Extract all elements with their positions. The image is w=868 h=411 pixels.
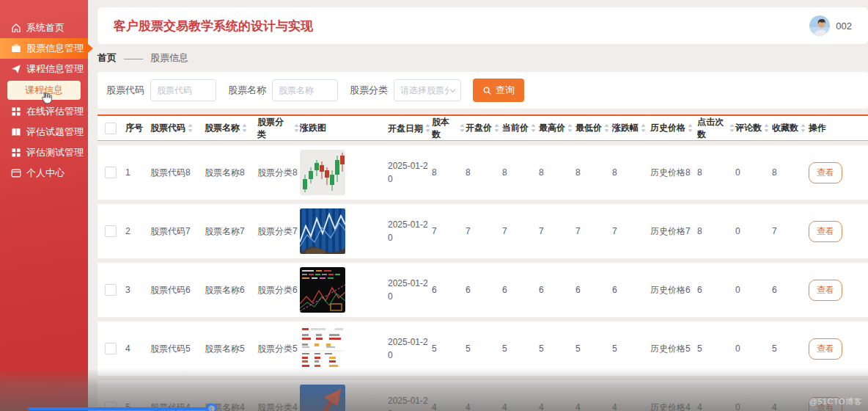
col-header-cat[interactable]: 股票分类 (257, 116, 300, 141)
current-price: 5 (502, 343, 539, 354)
col-header-name[interactable]: 股票名称 (205, 122, 257, 134)
bluescreen-image[interactable] (300, 208, 345, 254)
sort-caret-icon[interactable] (687, 123, 694, 133)
sidebar: 系统首页股票信息管理课程信息管理课程信息在线评估管理评估试题管理评估测试管理个人… (0, 0, 88, 411)
col-header-label: 最高价 (539, 122, 565, 134)
view-button[interactable]: 查看 (809, 280, 842, 301)
search-button[interactable]: 查询 (473, 79, 524, 102)
stock-name: 股票名称8 (205, 167, 257, 179)
sort-caret-icon[interactable] (763, 123, 770, 133)
sort-caret-icon[interactable] (640, 123, 647, 133)
col-header-date[interactable]: 开盘日期 (388, 122, 432, 135)
click-count: 8 (697, 167, 735, 178)
stock-code: 股票代码5 (150, 343, 205, 355)
sidebar-item-assessment-test-mgmt[interactable]: 评估测试管理 (0, 142, 88, 163)
history-price: 历史价格5 (650, 343, 697, 355)
stock-category-select[interactable]: 请选择股票分类 (394, 79, 461, 101)
sort-caret-icon[interactable] (459, 123, 466, 133)
col-header-open[interactable]: 开盘价 (466, 122, 502, 134)
sort-caret-icon[interactable] (293, 123, 300, 133)
col-header-high[interactable]: 最高价 (539, 122, 575, 134)
stock-code-filter: 股票代码 (106, 79, 216, 101)
sort-caret-icon[interactable] (729, 123, 735, 133)
comment-count: 0 (735, 285, 772, 295)
video-progress-bar[interactable] (28, 407, 211, 410)
send-icon (11, 64, 21, 74)
view-button[interactable]: 查看 (809, 338, 842, 360)
col-header-label: 评论数 (735, 122, 762, 134)
row-checkbox[interactable] (105, 167, 117, 178)
sidebar-subitem-course-info[interactable]: 课程信息 (7, 81, 81, 100)
quotes-image[interactable] (300, 326, 345, 371)
sort-caret-icon[interactable] (603, 123, 610, 133)
sort-caret-icon[interactable] (187, 123, 194, 133)
sort-caret-icon[interactable] (241, 123, 248, 133)
share-count: 6 (432, 285, 466, 295)
col-header-code[interactable]: 股票代码 (150, 122, 205, 134)
col-header-current[interactable]: 当前价 (502, 122, 539, 134)
sidebar-item-label: 评估测试管理 (26, 146, 84, 159)
table-body: 1股票代码8股票名称8股票分类82025-01-20888888历史价格8808… (98, 145, 868, 411)
avatar[interactable] (809, 15, 830, 36)
favorite-count: 7 (772, 226, 809, 236)
sidebar-item-online-assessment-mgmt[interactable]: 在线评估管理 (0, 101, 88, 122)
sort-caret-icon[interactable] (530, 123, 537, 133)
trend-chart-cell (300, 208, 388, 254)
sort-caret-icon[interactable] (800, 123, 806, 133)
terminal-image[interactable] (300, 267, 345, 313)
open-price: 4 (466, 402, 502, 411)
breadcrumb-home[interactable]: 首页 (98, 51, 117, 65)
main-content: 客户股票交易教学系统的设计与实现 002 首页 —— 股票信息 股票代码 股票名… (88, 0, 868, 411)
select-all-checkbox[interactable] (105, 123, 117, 134)
sidebar-item-course-info-mgmt[interactable]: 课程信息管理 (0, 59, 88, 79)
open-price: 7 (466, 226, 502, 236)
sidebar-item-assessment-question-mgmt[interactable]: 评估试题管理 (0, 122, 88, 142)
arrowcoins-image[interactable] (300, 385, 345, 411)
action-cell: 查看 (809, 162, 860, 183)
col-header-change[interactable]: 涨跌幅 (612, 122, 650, 134)
stock-code-label: 股票代码 (106, 84, 144, 97)
view-button[interactable]: 查看 (809, 162, 842, 183)
stock-name-input[interactable] (272, 79, 338, 101)
change-rate: 5 (612, 343, 650, 354)
col-header-favs[interactable]: 收藏数 (772, 122, 809, 134)
trend-chart-cell (300, 150, 388, 195)
sidebar-item-label: 系统首页 (26, 21, 65, 34)
sidebar-item-personal-center[interactable]: 个人中心 (0, 163, 88, 183)
stock-category-filter: 股票分类 请选择股票分类 (350, 79, 461, 101)
col-header-chart: 涨跌图 (300, 122, 388, 134)
change-rate: 8 (612, 167, 650, 178)
stock-name-filter: 股票名称 (228, 79, 338, 101)
sidebar-item-label: 课程信息管理 (26, 62, 84, 76)
col-header-comments[interactable]: 评论数 (735, 122, 772, 134)
col-header-label: 当前价 (502, 122, 529, 134)
col-header-label: 涨跌幅 (612, 122, 639, 134)
row-index: 3 (125, 285, 150, 295)
sidebar-item-label: 课程信息 (25, 84, 63, 97)
col-header-shares[interactable]: 股本数 (432, 116, 466, 141)
row-checkbox[interactable] (105, 343, 117, 354)
row-checkbox[interactable] (105, 284, 117, 296)
stock-code-input[interactable] (150, 79, 216, 101)
share-count: 8 (432, 167, 466, 178)
candlestick-image[interactable] (300, 150, 345, 195)
sidebar-item-label: 评估试题管理 (26, 126, 84, 139)
sort-caret-icon[interactable] (424, 123, 431, 133)
sidebar-item-stock-info-mgmt[interactable]: 股票信息管理 (0, 38, 88, 59)
row-checkbox[interactable] (105, 225, 117, 237)
col-header-history[interactable]: 历史价格 (650, 122, 697, 134)
stock-name: 股票名称6 (205, 284, 257, 297)
stock-code: 股票代码8 (150, 167, 205, 179)
sidebar-item-home[interactable]: 系统首页 (0, 18, 88, 38)
col-header-low[interactable]: 最低价 (575, 122, 612, 134)
table-header-row: 序号股票代码股票名称股票分类涨跌图开盘日期股本数开盘价当前价最高价最低价涨跌幅历… (98, 114, 868, 141)
col-header-clicks[interactable]: 点击次数 (697, 116, 735, 141)
video-progress-knob[interactable] (206, 404, 217, 411)
stock-category: 股票分类4 (257, 401, 300, 411)
view-button[interactable]: 查看 (809, 221, 842, 242)
sort-caret-icon[interactable] (567, 123, 573, 133)
sidebar-item-label: 个人中心 (26, 167, 65, 180)
briefcase-icon (11, 43, 21, 54)
col-header-label: 股票代码 (150, 122, 185, 134)
sort-caret-icon[interactable] (493, 123, 500, 133)
